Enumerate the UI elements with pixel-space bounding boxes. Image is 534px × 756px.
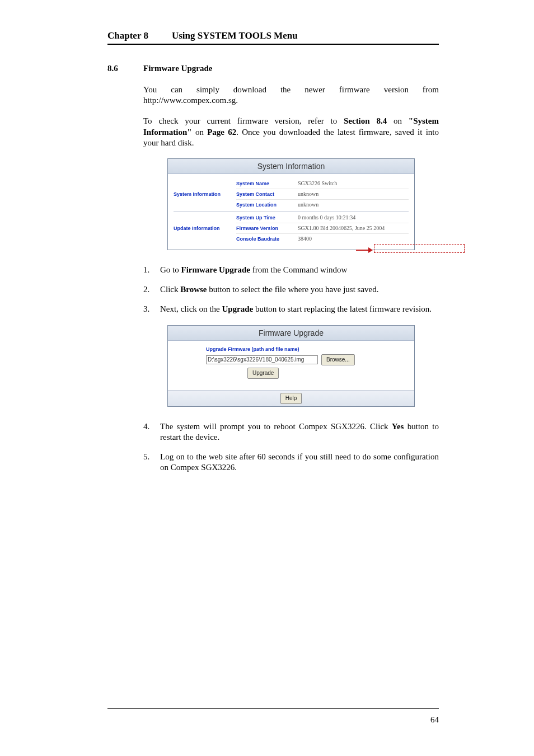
field-label: Upgrade Firmware (path and file name)	[206, 346, 405, 352]
text: from the Command window	[250, 265, 347, 274]
info-value: SGX3226 Switch	[298, 180, 409, 186]
arrow-icon	[356, 247, 373, 253]
info-key: System Up Time	[236, 215, 298, 220]
text: on	[192, 128, 207, 137]
item-number: 4.	[143, 421, 160, 443]
info-value: 38400	[298, 236, 409, 242]
info-key: Firmware Version	[236, 226, 298, 231]
info-value: unknown	[298, 191, 409, 197]
panel-title: Firmware Upgrade	[168, 326, 414, 341]
help-strip: Help	[168, 390, 414, 406]
bold-text: Browse	[180, 285, 207, 294]
panel-body: Upgrade Firmware (path and file name) D:…	[168, 341, 414, 384]
section-label: Update Information	[174, 213, 236, 244]
ref-page: Page 62	[207, 128, 236, 137]
list-item: 1. Go to Firmware Upgrade from the Comma…	[143, 265, 439, 275]
section-rows: System NameSGX3226 Switch System Contact…	[236, 179, 409, 210]
chapter-title: Using SYSTEM TOOLS Menu	[172, 30, 298, 41]
item-number: 1.	[143, 265, 160, 275]
text: button to select the file where you have…	[207, 285, 378, 294]
section-label: System Information	[174, 179, 236, 210]
panel-title: System Information	[168, 159, 414, 174]
info-row: System Locationunknown	[236, 199, 409, 210]
footer-rule	[107, 708, 439, 709]
list-item: 4. The system will prompt you to reboot …	[143, 421, 439, 443]
upgrade-button[interactable]: Upgrade	[247, 368, 279, 379]
info-row: System Contactunknown	[236, 189, 409, 199]
bold-text: Upgrade	[222, 304, 253, 313]
divider	[174, 211, 409, 212]
item-number: 3.	[143, 304, 160, 314]
chapter-label: Chapter 8	[107, 30, 148, 41]
info-key: System Contact	[236, 191, 298, 197]
paragraph: You can simply download the newer firmwa…	[143, 84, 439, 106]
list-item: 2. Click Browse button to select the fil…	[143, 284, 439, 295]
item-text: Click Browse button to select the file w…	[160, 284, 439, 295]
sysinfo-section: System Information System NameSGX3226 Sw…	[174, 179, 409, 210]
upgrade-row: Upgrade	[206, 368, 405, 379]
bold-text: Yes	[392, 422, 404, 431]
text: The system will prompt you to reboot Com…	[160, 422, 392, 431]
sysinfo-section: Update Information System Up Time0 month…	[174, 213, 409, 244]
panel-body: System Information System NameSGX3226 Sw…	[168, 174, 414, 250]
info-value: SGX1.80 Bld 20040625, June 25 2004	[298, 225, 409, 231]
page-number: 64	[430, 715, 439, 725]
ordered-list: 1. Go to Firmware Upgrade from the Comma…	[143, 265, 439, 315]
info-key: System Name	[236, 181, 298, 186]
item-text: Next, click on the Upgrade button to sta…	[160, 304, 439, 314]
info-row: Console Baudrate38400	[236, 233, 409, 244]
info-key: Console Baudrate	[236, 236, 298, 242]
section-number: 8.6	[107, 64, 143, 73]
bold-text: Firmware Upgrade	[181, 265, 250, 274]
file-path-input[interactable]: D:\sgx3226\sgx3226V180_040625.img	[206, 355, 318, 364]
figure-firmware-upgrade: Firmware Upgrade Upgrade Firmware (path …	[143, 325, 439, 407]
file-row: D:\sgx3226\sgx3226V180_040625.img Browse…	[206, 354, 405, 365]
help-button[interactable]: Help	[280, 393, 302, 404]
item-text: The system will prompt you to reboot Com…	[160, 421, 439, 443]
list-item: 5. Log on to the web site after 60 secon…	[143, 452, 439, 473]
info-row: System NameSGX3226 Switch	[236, 179, 409, 189]
text: Click	[160, 285, 180, 294]
item-number: 5.	[143, 452, 160, 473]
item-text: Log on to the web site after 60 seconds …	[160, 452, 439, 473]
page: Chapter 8 Using SYSTEM TOOLS Menu 8.6 Fi…	[0, 0, 534, 756]
firmware-panel: Firmware Upgrade Upgrade Firmware (path …	[167, 325, 415, 407]
list-item: 3. Next, click on the Upgrade button to …	[143, 304, 439, 314]
browse-button[interactable]: Browse...	[321, 354, 355, 365]
text: button to start replacing the latest fir…	[253, 304, 432, 313]
text: To check your current firmware version, …	[143, 116, 344, 125]
sysinfo-panel: System Information System Information Sy…	[167, 158, 415, 250]
section-heading: 8.6 Firmware Upgrade	[107, 64, 439, 73]
text: on	[387, 116, 409, 125]
item-text: Go to Firmware Upgrade from the Command …	[160, 265, 439, 275]
highlight-box	[374, 244, 465, 253]
ref-section: Section 8.4	[344, 116, 387, 125]
chapter-header: Chapter 8 Using SYSTEM TOOLS Menu	[107, 30, 439, 45]
figure-system-information: System Information System Information Sy…	[143, 158, 439, 250]
body: You can simply download the newer firmwa…	[143, 84, 439, 473]
info-row: System Up Time0 months 0 days 10:21:34	[236, 213, 409, 223]
info-row: Firmware VersionSGX1.80 Bld 20040625, Ju…	[236, 223, 409, 233]
info-key: System Location	[236, 202, 298, 208]
paragraph: To check your current firmware version, …	[143, 116, 439, 148]
item-number: 2.	[143, 284, 160, 295]
text: Next, click on the	[160, 304, 222, 313]
ordered-list: 4. The system will prompt you to reboot …	[143, 421, 439, 473]
info-value: unknown	[298, 201, 409, 208]
section-rows: System Up Time0 months 0 days 10:21:34 F…	[236, 213, 409, 244]
text: Go to	[160, 265, 181, 274]
info-value: 0 months 0 days 10:21:34	[298, 214, 409, 220]
section-title: Firmware Upgrade	[143, 64, 212, 73]
